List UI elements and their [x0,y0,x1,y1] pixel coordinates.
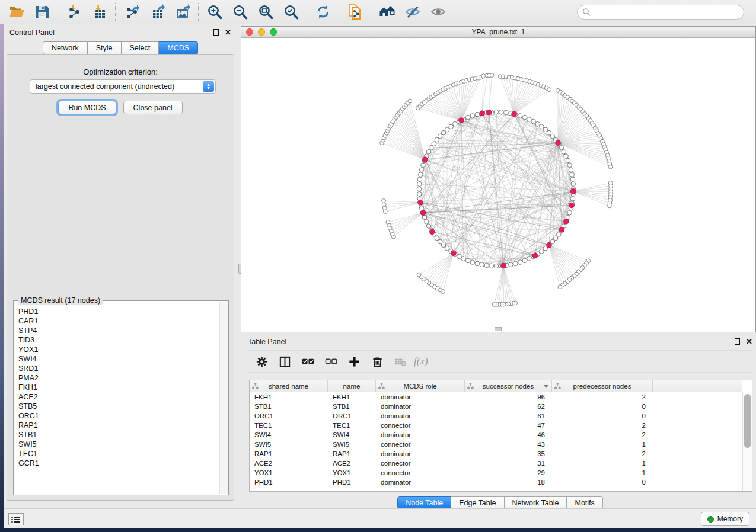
close-panel-icon[interactable]: ✕ [746,338,752,345]
network-node[interactable] [527,257,532,261]
select-all-icon[interactable] [298,352,317,370]
network-node[interactable] [550,134,555,139]
mcds-result-item[interactable]: STB5 [18,402,218,411]
network-node[interactable] [429,146,433,150]
table-row[interactable]: STB1STB1dominator620 [250,402,742,411]
network-node[interactable] [540,249,544,254]
column-header-MCDS-role[interactable]: MCDS role [376,380,465,392]
network-node[interactable] [445,246,449,251]
mcds-result-item[interactable]: TEC1 [18,449,218,459]
mcds-result-item[interactable]: STB1 [18,430,218,440]
console-button[interactable] [8,513,24,525]
network-node[interactable] [480,262,484,267]
mcds-node[interactable] [559,227,564,232]
mcds-node[interactable] [480,111,485,116]
tab-edge-table[interactable]: Edge Table [451,496,504,509]
tab-select[interactable]: Select [122,41,160,55]
table-row[interactable]: TEC1TEC1connector472 [250,421,742,430]
delete-icon[interactable] [368,352,387,370]
network-node[interactable] [567,210,572,215]
network-node[interactable] [421,163,426,168]
columns-icon[interactable] [275,352,294,370]
network-node[interactable] [417,191,422,196]
column-header-successor-nodes[interactable]: successor nodes [465,380,552,392]
table-row[interactable]: PHD1PHD1dominator180 [250,477,742,487]
network-node[interactable] [509,262,513,267]
network-node[interactable] [559,146,564,150]
network-node[interactable] [494,110,499,114]
open-session-icon[interactable] [4,2,29,22]
network-node[interactable] [465,258,470,263]
float-panel-icon[interactable] [735,338,740,345]
network-scroll-handle[interactable] [495,327,502,331]
network-node[interactable] [435,236,439,241]
network-node[interactable] [513,261,518,266]
export-image-icon[interactable] [170,2,195,22]
network-node[interactable] [481,74,486,78]
network-node[interactable] [567,163,572,168]
network-node[interactable] [419,206,424,211]
mcds-result-item[interactable]: YOX1 [18,345,218,354]
mcds-result-item[interactable]: FKH1 [18,383,218,392]
search-input[interactable] [577,5,744,20]
close-panel-icon[interactable]: ✕ [225,29,231,36]
network-node[interactable] [571,182,576,187]
network-node[interactable] [494,264,499,268]
network-node[interactable] [441,243,446,248]
table-scrollbar[interactable] [742,392,752,491]
network-node[interactable] [417,273,421,277]
houses-icon[interactable] [374,2,400,22]
mcds-node[interactable] [501,263,506,268]
close-panel-button[interactable]: Close panel [123,101,183,114]
mcds-result-item[interactable]: GCR1 [18,459,218,468]
table-row[interactable]: ACE2ACE2connector311 [250,459,742,468]
network-node[interactable] [558,285,562,289]
tab-mcds[interactable]: MCDS [159,41,198,55]
mcds-result-item[interactable]: STP4 [18,326,218,335]
network-node[interactable] [489,264,494,268]
zoom-fit-icon[interactable] [253,2,278,22]
criterion-dropdown[interactable]: largest connected component (undirected)… [30,79,216,94]
mcds-node[interactable] [418,200,423,205]
network-node[interactable] [475,261,480,266]
network-node[interactable] [453,121,458,126]
network-node[interactable] [475,112,480,117]
table-row[interactable]: RAP1RAP1dominator352 [250,449,742,459]
network-node[interactable] [425,220,429,225]
mcds-node[interactable] [532,253,538,258]
network-canvas[interactable] [241,38,755,332]
network-node[interactable] [457,254,462,259]
table-row[interactable]: YOX1YOX1connector291 [250,468,742,477]
table-row[interactable]: ORC1ORC1dominator610 [250,411,742,421]
clone-network-icon[interactable] [342,2,368,22]
network-node[interactable] [535,121,540,126]
zoom-out-icon[interactable] [227,2,253,22]
network-node[interactable] [461,257,466,261]
network-node[interactable] [518,260,522,265]
network-node[interactable] [540,124,544,129]
save-session-icon[interactable] [29,2,55,22]
mcds-result-item[interactable]: SRD1 [18,364,218,373]
network-node[interactable] [531,119,536,124]
mcds-result-list[interactable]: PHD1CAR1STP4TID3YOX1SWI4SRD1PMA2FKH1ACE2… [18,307,218,493]
network-node[interactable] [562,150,566,155]
show-details-eye-icon[interactable] [425,2,451,22]
network-node[interactable] [449,124,454,129]
network-node[interactable] [522,258,527,263]
network-node[interactable] [484,263,489,268]
gear-icon[interactable] [252,352,271,370]
run-mcds-button[interactable]: Run MCDS [58,101,116,114]
network-node[interactable] [438,239,442,244]
network-node[interactable] [543,127,548,132]
network-node[interactable] [470,114,475,118]
clear-selection-icon[interactable] [321,352,340,370]
network-node[interactable] [419,168,424,172]
tab-motifs[interactable]: Motifs [567,496,602,509]
mcds-result-item[interactable]: PHD1 [18,307,218,316]
network-node[interactable] [465,115,470,120]
import-network-icon[interactable] [61,2,87,22]
mcds-result-item[interactable]: RAP1 [18,421,218,430]
mcds-result-item[interactable]: TID3 [18,335,218,345]
network-node[interactable] [445,127,449,132]
network-node[interactable] [504,110,509,115]
